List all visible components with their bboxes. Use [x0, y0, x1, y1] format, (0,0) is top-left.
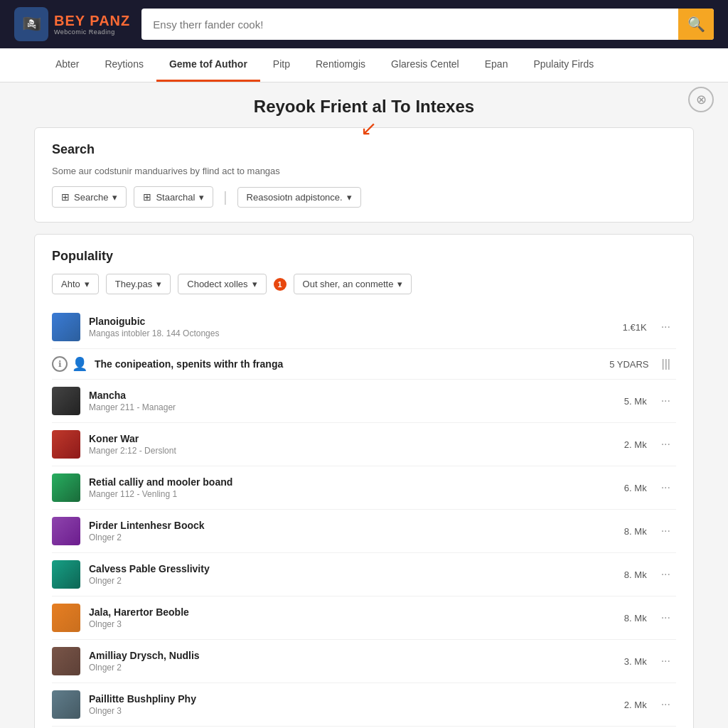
nav-item-reytions[interactable]: Reytions — [92, 48, 156, 82]
nav-item-abter[interactable]: Abter — [43, 48, 92, 82]
item-thumb — [52, 517, 80, 545]
item-subtitle: Manger 211 - Manager — [89, 402, 582, 412]
nav-item-ppulaity[interactable]: Ppulaity Firds — [520, 48, 606, 82]
item-action-menu[interactable]: ··· — [655, 609, 676, 627]
item-info: Retial calliy and mooler boand Manger 11… — [89, 476, 582, 499]
item-action-menu[interactable]: ··· — [655, 435, 676, 454]
item-stat: 8. Mk — [590, 526, 647, 537]
item-title: Amilliay Drysch, Nudlis — [89, 650, 582, 661]
search-bar[interactable]: 🔍 — [141, 9, 714, 40]
item-stat: 8. Mk — [590, 613, 647, 623]
item-info: Calvess Pable Gresslivity Olnger 2 — [89, 563, 582, 586]
item-thumb — [52, 604, 80, 632]
popularity-section: Populality Ahto ▾ They.pas ▾ Chodect xol… — [34, 234, 694, 728]
item-action-menu[interactable]: ··· — [655, 565, 676, 584]
person-icon: 👤 — [72, 356, 87, 372]
item-thumb — [52, 430, 80, 459]
chevron-down-icon2: ▾ — [199, 192, 204, 203]
badge-count: 1 — [274, 278, 287, 291]
item-stat: 8. Mk — [590, 569, 647, 580]
logo-icon: 🏴‍☠️ — [14, 7, 48, 41]
search-section-desc: Some aur codstunir manduarives by flind … — [52, 166, 676, 176]
popularity-title: Populality — [52, 249, 676, 264]
pop-filter3[interactable]: Chodect xolles ▾ — [178, 274, 266, 294]
item-title: Pirder Lintenhesr Boock — [89, 520, 582, 531]
pop-filter2[interactable]: They.pas ▾ — [106, 274, 171, 294]
pop-filter2-label: They.pas — [115, 279, 153, 289]
item-action-menu[interactable]: ··· — [655, 652, 676, 670]
search-input[interactable] — [141, 18, 678, 31]
filter2-label: Staarchal — [156, 192, 195, 203]
item-subtitle: Olnger 2 — [89, 576, 582, 586]
item-thumb — [52, 560, 80, 589]
item-action-menu[interactable]: ||| — [656, 355, 676, 373]
item-title: Jala, Harertor Beoble — [89, 606, 582, 618]
pop-filter3-label: Chodect xolles — [187, 279, 247, 289]
item-stat: 5. Mk — [590, 396, 647, 407]
page-title: Reyook Frient al To Intexes — [14, 97, 714, 117]
item-action-menu[interactable]: ··· — [655, 522, 676, 540]
logo-sub: Webcomic Reading — [54, 28, 130, 36]
filter-separator: | — [223, 189, 227, 205]
nav-item-rentiomgis[interactable]: Rentiomgis — [303, 48, 378, 82]
item-info: Mancha Manger 211 - Manager — [89, 390, 582, 412]
item-title: Retial calliy and mooler boand — [89, 476, 582, 488]
pop-filter1[interactable]: Ahto ▾ — [52, 274, 99, 294]
search-section-title: Search — [52, 142, 676, 157]
special-icons: ℹ 👤 — [52, 356, 87, 372]
grid-icon: ⊞ — [61, 191, 70, 203]
search-filter3[interactable]: Reasosiotn adpistonce. ▾ — [237, 187, 361, 208]
main-content: Search Some aur codstunir manduarives by… — [23, 127, 705, 728]
list-item: Planoigubic Mangas intobler 18. 144 Octo… — [52, 306, 676, 349]
item-info: Planoigubic Mangas intobler 18. 144 Octo… — [89, 316, 582, 338]
chevron-down-icon1: ▾ — [112, 192, 117, 203]
item-thumb — [52, 313, 80, 341]
item-stat: 2. Mk — [590, 439, 647, 450]
search-filter-row: ⊞ Searche ▾ ⊞ Staarchal ▾ | Reasosiotn a… — [52, 186, 676, 208]
item-title: Mancha — [89, 390, 582, 401]
item-subtitle: Mangas intobler 18. 144 Octonges — [89, 328, 582, 338]
list-item: Calvess Pable Gresslivity Olnger 2 8. Mk… — [52, 553, 676, 596]
list-item: Retial calliy and mooler boand Manger 11… — [52, 466, 676, 510]
item-info: Amilliay Drysch, Nudlis Olnger 2 — [89, 650, 582, 673]
item-subtitle: Olnger 2 — [89, 532, 582, 542]
nav-item-geme[interactable]: Geme tof Author — [156, 48, 260, 82]
logo-area: 🏴‍☠️ BEY PANZ Webcomic Reading — [14, 7, 130, 41]
search-button[interactable]: 🔍 — [678, 9, 714, 40]
list-item: Jala, Harertor Beoble Olnger 3 8. Mk ··· — [52, 596, 676, 640]
item-stat: 2. Mk — [590, 700, 647, 710]
item-subtitle: Manger 112 - Venling 1 — [89, 489, 582, 499]
item-info: Pirder Lintenhesr Boock Olnger 2 — [89, 520, 582, 542]
item-stat: 5 YDARS — [592, 359, 649, 370]
nav-item-epan[interactable]: Epan — [472, 48, 521, 82]
item-action-menu[interactable]: ··· — [655, 318, 676, 336]
item-thumb — [52, 473, 80, 502]
chevron-pop3: ▾ — [252, 279, 257, 289]
chevron-pop2: ▾ — [156, 279, 161, 289]
page-title-area: Reyook Frient al To Intexes ↙ ⊗ — [0, 82, 728, 120]
settings-icon[interactable]: ⊗ — [688, 87, 714, 112]
item-subtitle: Olnger 3 — [89, 619, 582, 629]
search-filter2[interactable]: ⊞ Staarchal ▾ — [134, 186, 213, 208]
search-filter1[interactable]: ⊞ Searche ▾ — [52, 186, 127, 208]
item-thumb — [52, 690, 80, 719]
item-title: Planoigubic — [89, 316, 582, 327]
list-item: Amilliay Drysch, Nudlis Olnger 2 3. Mk ·… — [52, 640, 676, 683]
item-info: Koner War Manger 2:12 - Derslont — [89, 433, 582, 456]
item-thumb — [52, 647, 80, 675]
item-action-menu[interactable]: ··· — [655, 695, 676, 714]
popularity-filter-row: Ahto ▾ They.pas ▾ Chodect xolles ▾ 1 Out… — [52, 274, 676, 294]
item-stat: 6. Mk — [590, 483, 647, 493]
item-stat: 3. Mk — [590, 656, 647, 667]
item-action-menu[interactable]: ··· — [655, 478, 676, 497]
filter3-label: Reasosiotn adpistonce. — [247, 192, 343, 203]
item-action-menu[interactable]: ··· — [655, 392, 676, 410]
nav-item-pitp[interactable]: Pitp — [260, 48, 303, 82]
item-subtitle: Manger 2:12 - Derslont — [89, 446, 582, 456]
item-subtitle: Olnger 2 — [89, 663, 582, 673]
pop-filter1-label: Ahto — [61, 279, 80, 289]
item-title: The conipeation, spenits withr th franga — [95, 358, 585, 370]
item-info: Paillitte Bushpliny Phy Olnger 3 — [89, 693, 582, 716]
pop-filter4[interactable]: Out sher, an conmette ▾ — [294, 274, 412, 294]
nav-item-glaresis[interactable]: Glaresis Centel — [378, 48, 472, 82]
